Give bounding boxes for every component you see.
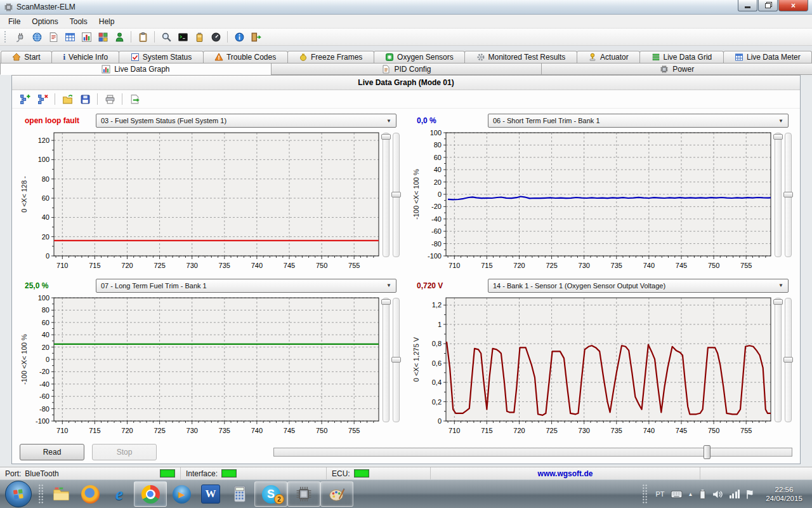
menu-tools[interactable]: Tools [64,16,93,27]
svg-text:745: 745 [676,262,687,269]
status-bar: Port: BlueTooth Interface: ECU: www.wgso… [0,467,812,479]
slider-handle[interactable] [783,192,793,197]
tab-oxygen-sensors[interactable]: Oxygen Sensors [374,51,465,63]
taskbar-skype[interactable]: S2 [254,481,287,507]
exit-button[interactable] [249,30,263,44]
taskbar-firefox[interactable] [75,482,105,506]
scale-slider[interactable] [775,298,782,422]
slider-handle[interactable] [381,299,391,305]
action-center-flag-icon[interactable] [745,489,754,500]
menu-options[interactable]: Options [26,16,63,27]
battery-tray-icon[interactable] [699,489,706,500]
tray-clock[interactable]: 22:56 24/04/2015 [760,485,808,503]
tab-start[interactable]: Start [1,51,52,63]
timeline-slider-handle[interactable] [704,445,710,459]
slider-handle[interactable] [773,134,783,140]
slider-handle[interactable] [391,357,401,363]
svg-text:740: 740 [251,427,263,434]
oxygen-icon [385,53,394,62]
remove-pid-button[interactable] [35,91,50,107]
close-button[interactable]: × [778,0,808,11]
tab-freeze-frames[interactable]: Freeze Frames [287,51,374,63]
minimize-button[interactable] [738,0,757,11]
pid-select[interactable]: 14 - Bank 1 - Sensor 1 (Oxygen Sensor Ou… [488,279,789,293]
save-button[interactable] [77,91,93,107]
search-button[interactable] [159,30,173,44]
timeline-slider[interactable] [273,448,792,457]
user-button[interactable] [112,30,126,44]
restore-button[interactable] [758,0,778,11]
tab-live-data-grid[interactable]: Live Data Grid [639,51,723,63]
offset-slider[interactable] [393,133,400,257]
web-button[interactable] [30,30,44,44]
add-pid-button[interactable] [17,91,32,107]
pid-select[interactable]: 03 - Fuel System Status (Fuel System 1)▼ [96,114,396,128]
tab-live-data-meter[interactable]: Live Data Meter [723,51,812,63]
gauge-icon [211,32,221,43]
word-icon: W [201,485,220,504]
network-icon[interactable] [730,490,740,498]
tab-trouble-codes[interactable]: Trouble Codes [203,51,288,63]
chart-long-term-fuel-trim: 710715720725730735740745750755-100-80-60… [18,294,383,435]
website-link[interactable]: www.wgsoft.de [431,467,700,479]
terminal-button[interactable] [176,30,190,44]
stop-button[interactable]: Stop [92,444,157,460]
chevron-down-icon: ▼ [778,118,783,124]
pid-select[interactable]: 07 - Long Term Fuel Trim - Bank 1▼ [96,279,396,293]
svg-text:-80: -80 [39,404,49,412]
volume-icon[interactable] [712,490,724,499]
tab-monitored-test-results[interactable]: Monitored Test Results [464,51,577,63]
taskbar-word[interactable]: W [196,482,225,506]
offset-slider[interactable] [393,298,400,422]
clipboard-button[interactable] [136,30,150,44]
gear-icon [476,53,485,62]
info-button[interactable] [232,30,246,44]
taskbar-ie[interactable]: e [105,482,134,506]
taskbar-chrome[interactable] [134,481,167,507]
tab-live-data-graph[interactable]: Live Data Graph [0,63,272,75]
pid-select[interactable]: 06 - Short Term Fuel Trim - Bank 1▼ [488,114,789,128]
clock-date: 24/04/2015 [760,494,808,503]
open-button[interactable] [60,91,75,107]
report-button[interactable] [46,30,60,44]
slider-handle[interactable] [381,134,391,140]
print-button[interactable] [102,91,117,107]
svg-text:755: 755 [740,262,752,269]
offset-slider[interactable] [785,298,792,422]
taskbar-media-player[interactable]: ▶ [167,482,196,506]
table-icon [735,53,743,62]
slider-handle[interactable] [773,299,783,305]
scale-slider[interactable] [383,133,390,257]
data-grid-button[interactable] [63,30,77,44]
slider-handle[interactable] [783,357,793,363]
title-bar: ScanMaster-ELM × [0,0,812,15]
tab-system-status[interactable]: System Status [119,51,203,63]
hidden-icons-chevron[interactable]: ▲ [688,491,693,497]
tab-actuator[interactable]: Actuator [577,51,640,63]
gauge-button[interactable] [209,30,223,44]
menu-help[interactable]: Help [93,16,121,27]
graph-button[interactable] [79,30,93,44]
keyboard-icon[interactable] [671,490,683,499]
read-button[interactable]: Read [20,444,84,460]
language-indicator[interactable]: PT [656,490,665,498]
scale-slider[interactable] [775,133,782,257]
menu-file[interactable]: File [3,16,26,27]
connect-button[interactable] [13,30,27,44]
tab-vehicle-info[interactable]: iVehicle Info [51,51,119,63]
add-pid-icon [20,94,30,105]
taskbar-calculator[interactable] [225,482,254,506]
slider-handle[interactable] [391,192,401,197]
taskbar-paint[interactable] [320,481,353,507]
scale-slider[interactable] [383,298,390,422]
export-button[interactable] [127,91,142,107]
tab-pid-config[interactable]: PID Config [271,63,542,75]
battery-button[interactable] [192,30,206,44]
tab-power[interactable]: Power [541,63,812,75]
taskbar-explorer[interactable] [46,482,75,506]
offset-slider[interactable] [785,133,792,257]
meter-button[interactable] [96,30,110,44]
start-button[interactable] [5,481,32,507]
panel-short-term-fuel-trim: 0,0 % 06 - Short Term Fuel Trim - Bank 1… [410,112,794,272]
taskbar-scanmaster[interactable] [287,481,320,507]
